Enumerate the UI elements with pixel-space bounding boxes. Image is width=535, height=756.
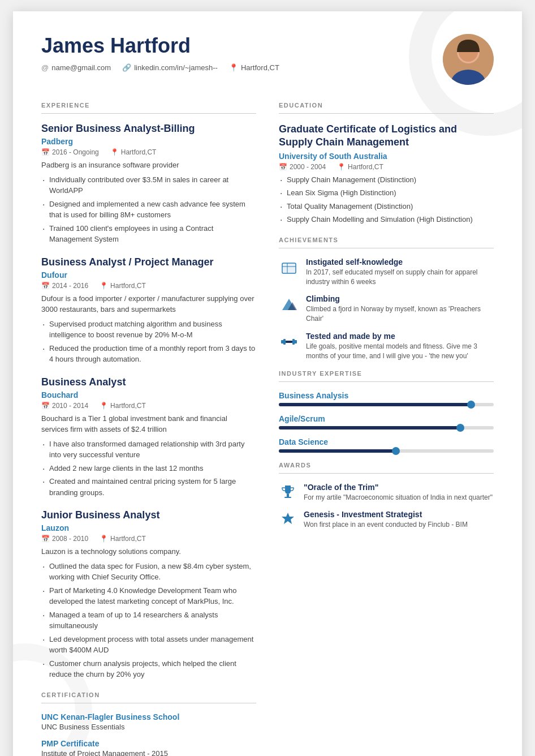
job-description: Padberg is an insurance software provide… bbox=[41, 160, 256, 171]
edu-bullets: Supply Chain Management (Distinction) Le… bbox=[279, 174, 494, 225]
achievement-text: Climbing Climbed a fjord in Norway by my… bbox=[306, 294, 494, 324]
pin-icon: 📍 bbox=[100, 535, 108, 543]
header-left: James Hartford @ name@gmail.com 🔗 linked… bbox=[41, 34, 443, 72]
skill-name: Business Analysis bbox=[279, 391, 494, 400]
cert-name: PMP Certificate bbox=[41, 739, 256, 748]
award-text: "Oracle of the Trim" For my artile "Macr… bbox=[304, 483, 494, 502]
skill-bar-background bbox=[279, 449, 494, 453]
svg-rect-12 bbox=[292, 339, 295, 345]
skill-bar-background bbox=[279, 403, 494, 406]
bullet-item: Led development process with total asset… bbox=[41, 634, 256, 656]
two-column-layout: EXPERIENCE Senior Business Analyst-Billi… bbox=[41, 102, 494, 756]
linkedin-text: linkedin.com/in/~jamesh-- bbox=[134, 63, 218, 72]
job-location: 📍 Hartford,CT bbox=[100, 535, 146, 543]
job-company: Padberg bbox=[41, 137, 256, 146]
industry-expertise-label: INDUSTRY EXPERTISE bbox=[279, 370, 494, 377]
pin-icon: 📍 bbox=[337, 163, 346, 171]
calendar-icon: 📅 bbox=[279, 163, 287, 171]
pin-icon: 📍 bbox=[110, 148, 119, 156]
calendar-icon: 📅 bbox=[41, 282, 50, 290]
job-location: 📍 Hartford,CT bbox=[110, 148, 157, 156]
education-divider bbox=[279, 113, 494, 114]
calendar-icon: 📅 bbox=[41, 535, 50, 543]
bullet-item: Managed a team of up to 14 researchers &… bbox=[41, 609, 256, 632]
job-dates: 📅 2010 - 2014 bbox=[41, 402, 88, 410]
edu-dates: 📅 2000 - 2004 bbox=[279, 163, 326, 171]
skill-bar-fill bbox=[279, 449, 397, 453]
job-title: Business Analyst bbox=[41, 376, 256, 388]
bullet-item: I have also transformed damaged relation… bbox=[41, 439, 256, 461]
skill-bar-fill bbox=[279, 426, 461, 429]
achievement-title: Instigated self-knowledge bbox=[306, 257, 494, 267]
achievement-item: Tested and made by me Life goals, positi… bbox=[279, 332, 494, 361]
pin-icon: 📍 bbox=[100, 282, 108, 290]
job-meta: 📅 2014 - 2016 📍 Hartford,CT bbox=[41, 282, 256, 290]
award-title: Genesis - Investment Strategist bbox=[304, 510, 494, 519]
bullet-item: Supervised product matching algorithm an… bbox=[41, 319, 256, 341]
svg-rect-11 bbox=[283, 339, 286, 345]
svg-rect-15 bbox=[284, 497, 291, 498]
right-column: EDUCATION Graduate Certificate of Logist… bbox=[279, 102, 494, 756]
candidate-name: James Hartford bbox=[41, 34, 443, 58]
contact-row: @ name@gmail.com 🔗 linkedin.com/in/~jame… bbox=[41, 63, 443, 72]
avatar bbox=[443, 34, 494, 85]
job-title: Junior Business Analyst bbox=[41, 509, 256, 521]
email-text: name@gmail.com bbox=[51, 63, 111, 72]
svg-rect-14 bbox=[287, 494, 289, 497]
job-dates: 📅 2014 - 2016 bbox=[41, 282, 88, 290]
email-icon: @ bbox=[41, 63, 49, 72]
job-dates: 📅 2016 - Ongoing bbox=[41, 148, 99, 156]
pin-icon: 📍 bbox=[100, 402, 108, 410]
fitness-icon bbox=[279, 332, 299, 352]
bullet-item: Reduced the production time of a monthly… bbox=[41, 343, 256, 365]
job-company: Lauzon bbox=[41, 523, 256, 532]
certification-divider bbox=[41, 703, 256, 703]
achievement-item: Instigated self-knowledge In 2017, self … bbox=[279, 257, 494, 287]
bullet-item: Individually contributed over $3.5M in s… bbox=[41, 174, 256, 196]
achievement-title: Tested and made by me bbox=[306, 332, 494, 341]
awards-divider bbox=[279, 473, 494, 474]
job-company: Dufour bbox=[41, 270, 256, 280]
bullet-item: Total Quality Management (Distinction) bbox=[279, 201, 494, 212]
calendar-icon: 📅 bbox=[41, 148, 50, 156]
skill-item: Data Science bbox=[279, 437, 494, 453]
job-company: Bouchard bbox=[41, 390, 256, 400]
svg-marker-16 bbox=[282, 513, 294, 524]
star-icon bbox=[279, 510, 297, 528]
bullet-item: Designed and implemented a new cash adva… bbox=[41, 199, 256, 221]
skill-bar-background bbox=[279, 426, 494, 429]
job-item: Junior Business Analyst Lauzon 📅 2008 - … bbox=[41, 509, 256, 680]
edu-meta: 📅 2000 - 2004 📍 Hartford,CT bbox=[279, 163, 494, 171]
bullet-item: Outlined the data spec for Fusion, a new… bbox=[41, 561, 256, 583]
job-bullets: Individually contributed over $3.5M in s… bbox=[41, 174, 256, 245]
award-desc: Won first place in an event conducted by… bbox=[304, 520, 494, 530]
job-location: 📍 Hartford,CT bbox=[100, 402, 146, 410]
job-item: Business Analyst / Project Manager Dufou… bbox=[41, 256, 256, 365]
industry-expertise-divider bbox=[279, 381, 494, 382]
linkedin-icon: 🔗 bbox=[122, 63, 131, 72]
edu-school: University of South Australia bbox=[279, 152, 494, 161]
skill-name: Data Science bbox=[279, 437, 494, 446]
experience-label: EXPERIENCE bbox=[41, 102, 256, 109]
achievement-desc: Climbed a fjord in Norway by myself, kno… bbox=[306, 304, 494, 324]
experience-divider bbox=[41, 113, 256, 114]
achievement-text: Tested and made by me Life goals, positi… bbox=[306, 332, 494, 361]
education-block: Graduate Certificate of Logistics and Su… bbox=[279, 123, 494, 225]
job-title: Business Analyst / Project Manager bbox=[41, 256, 256, 268]
achievements-divider bbox=[279, 248, 494, 248]
achievement-title: Climbing bbox=[306, 294, 494, 303]
award-desc: For my artile "Macroeconomic situation o… bbox=[304, 493, 494, 502]
award-item: "Oracle of the Trim" For my artile "Macr… bbox=[279, 483, 494, 502]
edu-degree: Graduate Certificate of Logistics and Su… bbox=[279, 123, 494, 149]
location-text: Hartford,CT bbox=[241, 63, 279, 72]
skill-item: Agile/Scrum bbox=[279, 414, 494, 429]
job-item: Business Analyst Bouchard 📅 2010 - 2014 … bbox=[41, 376, 256, 499]
location-contact: 📍 Hartford,CT bbox=[229, 63, 279, 72]
job-meta: 📅 2008 - 2010 📍 Hartford,CT bbox=[41, 535, 256, 543]
linkedin-contact: 🔗 linkedin.com/in/~jamesh-- bbox=[122, 63, 218, 72]
resume-page: James Hartford @ name@gmail.com 🔗 linked… bbox=[13, 11, 522, 756]
calendar-icon: 📅 bbox=[41, 402, 50, 410]
bullet-item: Supply Chain Management (Distinction) bbox=[279, 174, 494, 186]
job-description: Bouchard is a Tier 1 global investment b… bbox=[41, 413, 256, 435]
job-location: 📍 Hartford,CT bbox=[100, 282, 146, 290]
